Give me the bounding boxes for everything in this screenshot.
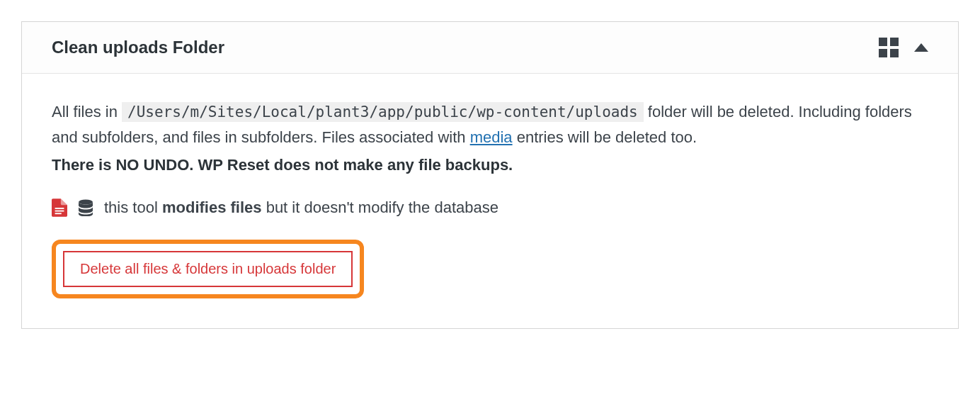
chevron-up-icon[interactable] [914, 43, 928, 52]
card-header: Clean uploads Folder [22, 22, 958, 74]
card-body: All files in /Users/m/Sites/Local/plant3… [22, 74, 958, 328]
card-title: Clean uploads Folder [52, 38, 224, 57]
file-icon [52, 198, 67, 217]
description-text: All files in /Users/m/Sites/Local/plant3… [52, 99, 928, 150]
action-highlight: Delete all files & folders in uploads fo… [52, 240, 364, 298]
desc-mid2: entries will be deleted too. [517, 128, 697, 146]
clean-uploads-card: Clean uploads Folder All files in /Users… [21, 21, 959, 329]
warning-text: There is NO UNDO. WP Reset does not make… [52, 152, 928, 177]
svg-rect-0 [55, 208, 64, 209]
grid-icon[interactable] [879, 38, 899, 57]
svg-point-3 [79, 199, 93, 204]
uploads-path: /Users/m/Sites/Local/plant3/app/public/w… [122, 102, 644, 122]
tool-info-text: this tool modifies files but it doesn't … [104, 198, 498, 217]
header-actions [879, 38, 928, 57]
database-icon [77, 199, 94, 216]
desc-prefix: All files in [52, 103, 122, 121]
tool-info: this tool modifies files but it doesn't … [52, 198, 928, 217]
svg-rect-2 [55, 213, 62, 214]
delete-uploads-button[interactable]: Delete all files & folders in uploads fo… [63, 251, 353, 287]
svg-rect-1 [55, 211, 64, 212]
media-link[interactable]: media [470, 128, 513, 146]
